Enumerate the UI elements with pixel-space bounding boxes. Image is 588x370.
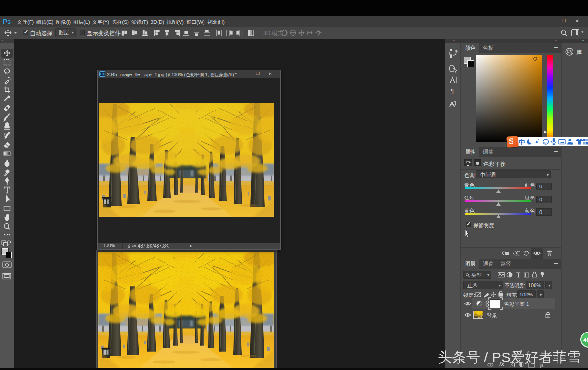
svg-text:中: 中 — [519, 138, 525, 146]
svg-text:,s: ,s — [535, 139, 538, 144]
svg-text:¶: ¶ — [451, 87, 454, 95]
